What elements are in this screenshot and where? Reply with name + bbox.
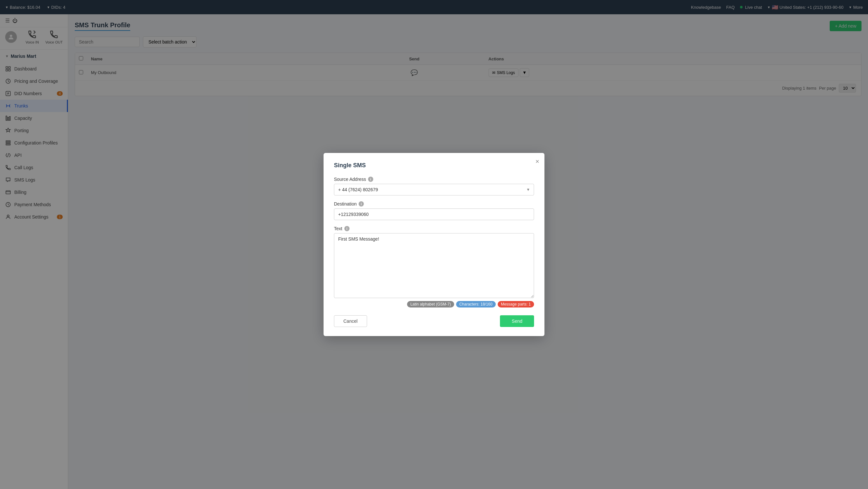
text-label: Text bbox=[334, 226, 342, 231]
single-sms-modal: Single SMS × Source Address i + 44 (7624… bbox=[323, 153, 545, 336]
cancel-button[interactable]: Cancel bbox=[334, 315, 367, 327]
text-info-icon: i bbox=[344, 226, 349, 231]
message-parts-badge: Message parts: 1 bbox=[498, 301, 534, 307]
destination-label: Destination bbox=[334, 201, 357, 206]
destination-group: Destination i bbox=[334, 201, 534, 220]
encoding-badge: Latin alphabet (GSM-7) bbox=[407, 301, 454, 307]
text-group: Text i First SMS Message! Latin alphabet… bbox=[334, 226, 534, 307]
destination-input[interactable] bbox=[334, 208, 534, 220]
source-address-select-wrapper: + 44 (7624) 802679 ▼ bbox=[334, 184, 534, 195]
modal-footer: Cancel Send bbox=[334, 315, 534, 327]
send-button[interactable]: Send bbox=[500, 315, 534, 327]
modal-close-button[interactable]: × bbox=[535, 158, 539, 165]
source-address-select[interactable]: + 44 (7624) 802679 bbox=[334, 184, 534, 195]
source-address-group: Source Address i + 44 (7624) 802679 ▼ bbox=[334, 176, 534, 195]
text-textarea[interactable]: First SMS Message! bbox=[334, 233, 534, 298]
characters-badge: Characters: 18/160 bbox=[456, 301, 496, 307]
destination-info-icon: i bbox=[359, 201, 364, 206]
modal-title: Single SMS bbox=[334, 162, 534, 169]
source-address-info-icon: i bbox=[368, 176, 373, 182]
text-stats: Latin alphabet (GSM-7) Characters: 18/16… bbox=[334, 301, 534, 307]
source-address-label: Source Address bbox=[334, 176, 366, 182]
modal-overlay: Single SMS × Source Address i + 44 (7624… bbox=[0, 0, 868, 489]
